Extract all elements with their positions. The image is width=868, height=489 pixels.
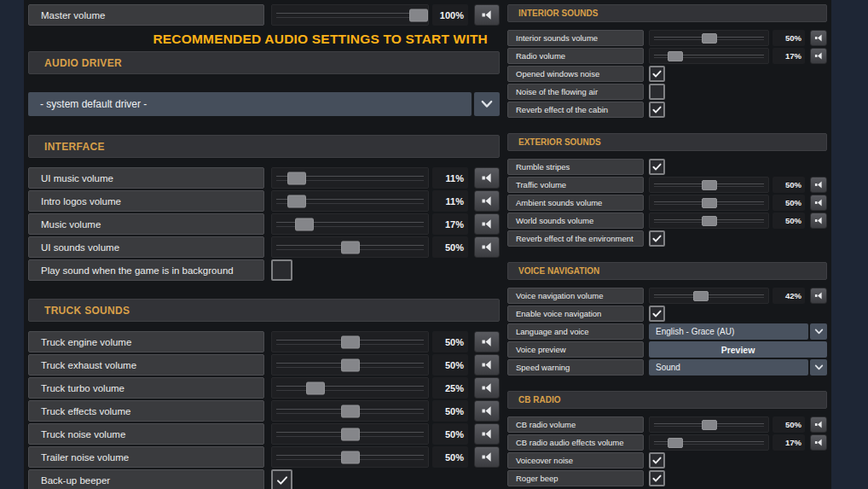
mute-toggle-button[interactable] — [474, 400, 500, 422]
volume-slider[interactable] — [271, 446, 429, 468]
slider-handle[interactable] — [668, 438, 683, 448]
setting-row-checkbox: Reverb effect of the cabin — [507, 102, 827, 118]
mute-toggle-button[interactable] — [474, 354, 500, 375]
slider-handle[interactable] — [702, 180, 717, 190]
volume-slider[interactable] — [649, 212, 769, 229]
setting-label-text: Radio volume — [516, 51, 565, 61]
slider-handle[interactable] — [341, 428, 360, 440]
checkbox[interactable] — [649, 84, 665, 100]
volume-slider[interactable] — [271, 236, 429, 258]
mute-toggle-button[interactable] — [810, 212, 827, 229]
setting-label: Enable voice navigation — [507, 306, 644, 322]
volume-slider[interactable] — [271, 190, 429, 212]
mute-toggle-button[interactable] — [474, 423, 500, 445]
mute-toggle-button[interactable] — [810, 48, 827, 64]
section-header-audio-driver: AUDIO DRIVER — [28, 51, 500, 74]
setting-label: Speed warning — [507, 359, 644, 375]
setting-row-checkbox: Roger beep — [507, 470, 827, 486]
volume-percent: 17% — [773, 48, 805, 64]
slider-handle[interactable] — [287, 195, 306, 207]
volume-slider[interactable] — [649, 48, 769, 64]
audio-settings-panel: Master volume 100% RECOMMENDED AUDIO SET… — [24, 0, 831, 489]
slider-handle[interactable] — [306, 381, 325, 394]
section-header-label: CB RADIO — [518, 395, 560, 405]
checkmark-icon — [651, 455, 663, 466]
setting-row-slider: Truck engine volume50% — [28, 331, 500, 352]
mute-toggle-button[interactable] — [474, 236, 500, 258]
mute-toggle-button[interactable] — [474, 446, 500, 468]
master-volume-slider[interactable] — [271, 4, 429, 26]
audio-driver-row: - system default driver - — [28, 92, 500, 116]
volume-slider[interactable] — [649, 177, 769, 193]
mute-toggle-button[interactable] — [474, 331, 500, 352]
mute-toggle-button[interactable] — [474, 190, 500, 212]
right-column: INTERIOR SOUNDSInterior sounds volume50%… — [507, 0, 827, 489]
volume-slider[interactable] — [271, 213, 429, 235]
mute-toggle-button[interactable] — [810, 30, 827, 46]
mute-toggle-button[interactable] — [810, 434, 827, 451]
slider-handle[interactable] — [702, 420, 717, 430]
section-header: VOICE NAVIGATION — [507, 262, 827, 280]
mute-toggle-button[interactable] — [474, 4, 500, 26]
mute-toggle-button[interactable] — [474, 377, 500, 399]
audio-driver-dropdown[interactable]: - system default driver - — [28, 92, 472, 116]
slider-handle[interactable] — [295, 218, 314, 230]
setting-label: Truck effects volume — [28, 400, 264, 422]
volume-slider[interactable] — [271, 377, 429, 399]
volume-slider[interactable] — [649, 30, 769, 46]
volume-slider[interactable] — [649, 195, 769, 211]
slider-handle[interactable] — [702, 198, 717, 208]
slider-handle[interactable] — [702, 216, 717, 226]
mute-toggle-button[interactable] — [810, 416, 827, 433]
setting-label: Intro logos volume — [28, 190, 264, 212]
preview-button-label: Preview — [721, 345, 755, 355]
dropdown-button[interactable] — [810, 359, 827, 375]
volume-percent: 50% — [432, 400, 468, 422]
preview-button[interactable]: Preview — [649, 341, 827, 358]
mute-toggle-button[interactable] — [474, 167, 500, 189]
mute-toggle-button[interactable] — [810, 177, 827, 193]
checkbox[interactable] — [649, 230, 665, 247]
mute-toggle-button[interactable] — [474, 213, 500, 235]
recommended-settings-banner: RECOMMENDED AUDIO SETTINGS TO START WITH — [28, 30, 500, 48]
slider-handle[interactable] — [341, 405, 360, 417]
volume-slider[interactable] — [271, 400, 429, 422]
dropdown[interactable]: Sound — [649, 359, 808, 375]
setting-label-text: Interior sounds volume — [516, 33, 598, 43]
checkbox[interactable] — [649, 102, 665, 118]
volume-slider[interactable] — [649, 288, 769, 304]
slider-handle[interactable] — [668, 51, 683, 61]
slider-handle[interactable] — [409, 9, 428, 21]
slider-handle[interactable] — [341, 241, 360, 253]
slider-handle[interactable] — [341, 335, 360, 348]
volume-slider[interactable] — [649, 434, 769, 451]
checkbox[interactable] — [649, 470, 665, 486]
audio-driver-dropdown-button[interactable] — [474, 92, 500, 116]
checkbox[interactable] — [649, 159, 665, 175]
volume-slider[interactable] — [649, 416, 769, 433]
volume-slider[interactable] — [271, 331, 429, 352]
volume-slider[interactable] — [271, 167, 429, 189]
setting-label: Interior sounds volume — [507, 30, 644, 46]
mute-toggle-button[interactable] — [810, 195, 827, 211]
checkbox[interactable] — [649, 66, 665, 82]
volume-slider[interactable] — [271, 354, 429, 375]
volume-percent: 100% — [432, 4, 468, 26]
slider-handle[interactable] — [287, 172, 306, 184]
checkbox[interactable] — [271, 469, 292, 489]
volume-slider[interactable] — [271, 423, 429, 445]
slider-handle[interactable] — [702, 33, 717, 44]
setting-label-text: Enable voice navigation — [516, 309, 601, 318]
checkbox[interactable] — [271, 259, 292, 281]
slider-handle[interactable] — [693, 291, 709, 301]
mute-toggle-button[interactable] — [810, 288, 827, 304]
checkbox[interactable] — [649, 306, 665, 322]
setting-row-slider: Truck turbo volume25% — [28, 377, 500, 399]
checkbox[interactable] — [649, 452, 665, 469]
slider-handle[interactable] — [341, 358, 360, 371]
section-rows: Voice navigation volume42%Enable voice n… — [507, 288, 827, 375]
slider-handle[interactable] — [341, 451, 360, 463]
dropdown[interactable]: English - Grace (AU) — [649, 323, 808, 340]
dropdown-button[interactable] — [810, 323, 827, 340]
setting-label-text: Opened windows noise — [516, 69, 599, 79]
